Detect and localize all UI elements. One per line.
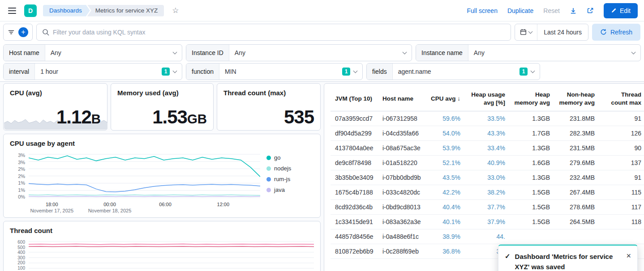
control-label: fields <box>367 64 393 80</box>
legend-dot-icon <box>266 156 271 160</box>
control-value: Any <box>45 49 173 56</box>
table-cell: 37.9% <box>465 215 510 229</box>
table-row[interactable]: df904d5a299i-04cd35fa6654.0%43.3%1.7GB28… <box>331 126 644 141</box>
table-row[interactable]: 1c33415de91i-083a362a3e40.1%37.9%1.5GB26… <box>331 215 644 229</box>
axis-tick-label: 400 <box>17 250 25 255</box>
close-icon[interactable]: × <box>626 252 631 271</box>
search-input[interactable] <box>53 29 505 36</box>
calendar-dropdown[interactable] <box>515 24 537 40</box>
duplicate-button[interactable]: Duplicate <box>507 7 533 14</box>
chevron-down-icon <box>528 29 533 34</box>
breadcrumb-dashboards[interactable]: Dashboards <box>43 5 90 17</box>
favorite-star-icon[interactable]: ☆ <box>172 6 179 15</box>
check-icon: ✓ <box>505 252 511 271</box>
table-cell: i-0c288f69eb <box>378 244 425 259</box>
axis-tick-label: 2% <box>18 174 25 179</box>
table-row[interactable]: 07a3959ccd7i-06731295859.6%33.5%1.3GB231… <box>331 111 644 126</box>
table-cell: 38.2% <box>465 185 510 200</box>
control-fields[interactable]: fields agent.name 1 <box>366 63 540 80</box>
table-cell: 44. <box>465 229 510 244</box>
filter-icon[interactable] <box>8 29 15 36</box>
refresh-button[interactable]: Refresh <box>592 24 640 41</box>
metric-value: 1.53GB <box>152 108 207 127</box>
legend-label: go <box>274 154 280 161</box>
control-instance-name[interactable]: Instance name Any <box>416 44 641 61</box>
time-range-button[interactable]: Last 24 hours <box>537 24 588 40</box>
axis-tick-label: 2% <box>18 166 25 172</box>
panel-title: Thread count (max) <box>223 89 314 97</box>
full-screen-button[interactable]: Full screen <box>467 7 497 14</box>
table-cell: 91 <box>599 170 644 185</box>
table-cell: i-04cd35fa66 <box>378 126 425 141</box>
table-row[interactable]: de9c8f78498i-01a51822052.1%40.9%1.6GB279… <box>331 156 644 170</box>
pencil-icon <box>611 8 617 13</box>
search-icon <box>42 29 49 36</box>
refresh-button-label: Refresh <box>610 29 632 36</box>
legend-item[interactable]: nodejs <box>266 165 314 172</box>
column-header[interactable]: Thread count max <box>599 86 644 111</box>
column-header[interactable]: CPU avg ↓ <box>425 86 465 111</box>
legend-item[interactable]: java <box>266 186 314 193</box>
legend-item[interactable]: go <box>266 154 314 161</box>
table-row[interactable]: 44857d8456ei-0a488e6f1c38.9%44. <box>331 229 644 244</box>
legend-dot-icon <box>266 188 271 192</box>
filter-controls-group: + <box>3 24 33 41</box>
chart-area: 3%3%2%2%1%1%0% 18:00November 17, 202500:… <box>10 152 314 215</box>
table-cell: i-083a362a3e <box>378 215 425 229</box>
sort-desc-icon: ↓ <box>455 95 460 102</box>
legend-label: rum-js <box>274 176 290 182</box>
edit-button[interactable]: Edit <box>604 3 638 18</box>
table-cell: 137 <box>599 156 644 170</box>
jvm-table-header-row: JVM (Top 10)Host nameCPU avg ↓Heap usage… <box>331 86 644 111</box>
table-cell: 1.5GB <box>510 215 554 229</box>
table-cell: 1.3GB <box>510 111 554 126</box>
table-cell: 231.8MB <box>554 111 599 126</box>
cpu-usage-by-agent-panel: CPU usage by agent 3%3%2%2%1%1%0% 18:00N… <box>3 134 321 218</box>
download-icon[interactable] <box>570 7 577 14</box>
menu-icon[interactable] <box>6 6 18 16</box>
edit-button-label: Edit <box>620 7 631 14</box>
control-host-name[interactable]: Host name Any <box>3 44 182 61</box>
table-cell: 117 <box>599 200 644 215</box>
chevron-down-icon <box>353 69 358 73</box>
panel-title: CPU usage by agent <box>10 140 314 147</box>
date-picker: Last 24 hours <box>515 24 588 41</box>
table-row[interactable]: 1675c4b7188i-033c4820dc42.2%38.2%1.5GB26… <box>331 185 644 200</box>
control-label: function <box>186 64 219 80</box>
table-cell: 43.3% <box>465 126 510 141</box>
column-header[interactable]: JVM (Top 10) <box>331 86 378 111</box>
table-cell: 267.4MB <box>554 185 599 200</box>
table-cell: 1.7GB <box>510 126 554 141</box>
cpu-chart-legend: gonodejsrum-jsjava <box>266 152 314 215</box>
axis-tick-label: 00:00November 18, 2025 <box>88 202 132 213</box>
table-cell: 282.3MB <box>554 126 599 141</box>
table-cell: 07a3959ccd7 <box>331 111 378 126</box>
table-cell: 54.0% <box>425 126 465 141</box>
table-row[interactable]: 4137804a0eei-08a675ac3e53.9%33.4%1.3GB23… <box>331 141 644 156</box>
control-instance-id[interactable]: Instance ID Any <box>186 44 412 61</box>
table-row[interactable]: 8cd92d36c4bi-0bd9cd801340.4%37.7%1.5GB27… <box>331 200 644 215</box>
control-function[interactable]: function MIN 1 <box>186 63 363 80</box>
breadcrumb-current[interactable]: Metrics for service XYZ <box>87 5 164 17</box>
table-cell: 232.4MB <box>554 170 599 185</box>
legend-item[interactable]: rum-js <box>266 176 314 182</box>
top-actions: Full screen Duplicate Reset Edit <box>467 3 638 18</box>
axis-tick-label: 100 <box>17 266 25 271</box>
jvm-table-panel: JVM (Top 10)Host nameCPU avg ↓Heap usage… <box>324 83 644 271</box>
metric-value: 535 <box>284 108 314 127</box>
add-filter-icon[interactable]: + <box>18 27 28 37</box>
table-cell: 53.9% <box>425 141 465 156</box>
control-interval[interactable]: interval 1 hour 1 <box>3 63 182 80</box>
table-cell <box>554 229 599 244</box>
chevron-down-icon <box>531 69 535 73</box>
table-cell: 38.9% <box>425 229 465 244</box>
column-header[interactable]: Heap memory avg <box>510 86 554 111</box>
column-header[interactable]: Host name <box>378 86 425 111</box>
column-header[interactable]: Non-heap memory avg <box>554 86 599 111</box>
reset-button[interactable]: Reset <box>543 7 560 14</box>
cpu-agent-chart <box>29 152 260 199</box>
space-logo[interactable]: D <box>24 4 37 17</box>
share-icon[interactable] <box>587 7 594 14</box>
table-row[interactable]: 3b35b0e3409i-07bb0dbd9b43.5%33.0%1.3GB23… <box>331 170 644 185</box>
column-header[interactable]: Heap usage avg [%] <box>465 86 510 111</box>
